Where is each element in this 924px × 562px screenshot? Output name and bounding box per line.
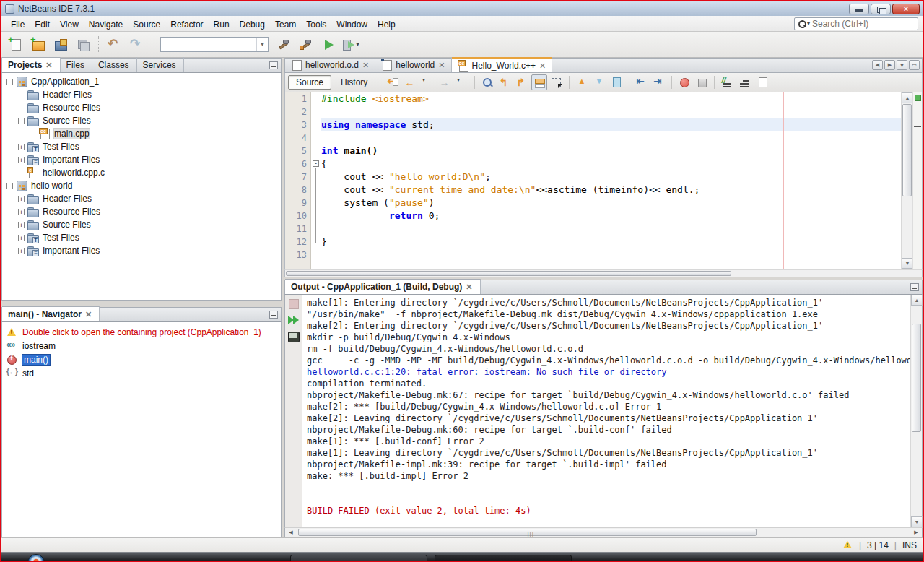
taskbar-button[interactable] xyxy=(290,555,427,561)
search-dropdown-icon[interactable]: ▾ xyxy=(807,20,810,27)
scroll-thumb[interactable] xyxy=(912,324,921,432)
menu-help[interactable]: Help xyxy=(372,18,401,31)
scroll-thumb[interactable] xyxy=(902,104,912,196)
search-input[interactable] xyxy=(812,19,915,29)
record-macro-button[interactable] xyxy=(676,74,692,90)
toolbar-build-button[interactable] xyxy=(274,35,294,55)
close-button[interactable]: × xyxy=(892,4,920,14)
quick-search-box[interactable]: ▾ xyxy=(794,17,918,30)
tree-node-hello-world[interactable]: -hello world xyxy=(2,179,281,192)
rectangular-selection-button[interactable] xyxy=(549,74,565,90)
toggle-highlight-button[interactable] xyxy=(531,74,547,90)
scroll-left-icon[interactable]: ◀ xyxy=(285,528,297,537)
tab-files[interactable]: Files xyxy=(61,57,92,72)
chevron-down-button[interactable]: ▾ xyxy=(419,74,435,90)
editor-vertical-scrollbar[interactable]: ▲ ▼ xyxy=(901,92,912,269)
navigator-item-iostream[interactable]: iostream xyxy=(2,339,281,353)
start-orb-icon[interactable] xyxy=(27,554,45,561)
menu-view[interactable]: View xyxy=(55,18,84,31)
menu-source[interactable]: Source xyxy=(128,18,165,31)
warning-icon[interactable] xyxy=(842,540,853,550)
close-icon[interactable]: ✕ xyxy=(362,61,369,69)
last-edit-location-button[interactable] xyxy=(385,74,401,90)
menu-team[interactable]: Team xyxy=(270,18,301,31)
close-icon[interactable]: ✕ xyxy=(45,61,52,69)
previous-occurrence-button[interactable]: ↰ xyxy=(497,74,513,90)
tree-node-test-files[interactable]: +TTest Files xyxy=(2,140,281,153)
output-error-link[interactable]: helloworld.c.c:1:20: fatal error: iostre… xyxy=(307,366,910,378)
editor-tab-helloworld-o-d[interactable]: helloworld.o.d✕ xyxy=(285,57,375,72)
expand-icon[interactable]: + xyxy=(18,157,25,163)
menu-debug[interactable]: Debug xyxy=(235,18,270,31)
history-view-button[interactable]: History xyxy=(333,75,375,90)
tree-node-source-files[interactable]: +Source Files xyxy=(2,218,281,231)
fold-column[interactable]: - xyxy=(311,92,321,269)
editor-tab-helloworld[interactable]: helloworld✕ xyxy=(375,57,451,72)
toolbar-undo-button[interactable] xyxy=(104,35,124,55)
scroll-right-icon[interactable]: ▶ xyxy=(910,528,922,537)
toolbar-save-all-button[interactable] xyxy=(73,35,93,55)
toggle-comment-button[interactable] xyxy=(719,74,735,90)
output-vertical-scrollbar[interactable]: ▲ ▼ xyxy=(910,295,922,527)
tab-list-dropdown-icon[interactable]: ▼ xyxy=(897,60,907,70)
editor-horizontal-scrollbar[interactable] xyxy=(284,269,923,277)
menu-navigate[interactable]: Navigate xyxy=(84,18,128,31)
tab-output[interactable]: Output - CppApplication_1 (Build, Debug)… xyxy=(285,279,481,294)
expand-icon[interactable]: + xyxy=(18,235,25,241)
stop-macro-button[interactable] xyxy=(694,74,710,90)
expand-icon[interactable]: + xyxy=(18,196,25,202)
find-selection-button[interactable] xyxy=(479,74,495,90)
collapse-fold-icon[interactable]: - xyxy=(313,160,319,167)
toolbar-redo-button[interactable] xyxy=(126,35,147,55)
expand-icon[interactable]: + xyxy=(18,209,25,215)
toolbar-run-button[interactable] xyxy=(318,35,339,55)
console-icon[interactable] xyxy=(287,331,300,343)
minimize-panel-icon[interactable] xyxy=(269,311,278,319)
next-bookmark-button[interactable] xyxy=(591,74,607,90)
navigator-item-std[interactable]: std xyxy=(2,366,281,380)
toolbar-open-project-button[interactable] xyxy=(51,35,71,55)
minimize-panel-icon[interactable] xyxy=(910,283,919,291)
tree-node-resource-files[interactable]: +Resource Files xyxy=(2,205,281,218)
scroll-down-icon[interactable]: ▼ xyxy=(902,258,913,269)
chevron-down-button[interactable]: ▾ xyxy=(454,74,470,90)
next-occurrence-button[interactable]: ↱ xyxy=(514,74,530,90)
menu-refactor[interactable]: Refactor xyxy=(165,18,208,31)
chevron-down-icon[interactable]: ▾ xyxy=(356,41,359,48)
menu-file[interactable]: File xyxy=(6,18,30,31)
scroll-tabs-right-icon[interactable]: ▶ xyxy=(884,60,895,70)
collapse-icon[interactable]: - xyxy=(6,183,13,189)
toolbar-new-project-button[interactable] xyxy=(28,35,48,55)
previous-bookmark-button[interactable] xyxy=(574,74,590,90)
tab-navigator[interactable]: main() - Navigator ✕ xyxy=(2,306,100,321)
menu-run[interactable]: Run xyxy=(209,18,235,31)
scroll-up-icon[interactable]: ▲ xyxy=(911,295,923,306)
chevron-down-icon[interactable]: ▼ xyxy=(256,38,268,51)
indent-button[interactable] xyxy=(736,74,752,90)
toolbar-clean-build-button[interactable] xyxy=(296,35,316,55)
shift-right-button[interactable] xyxy=(651,74,667,90)
expand-icon[interactable]: + xyxy=(18,248,25,254)
minimize-panel-icon[interactable] xyxy=(269,61,278,69)
tree-node-header-files[interactable]: +Header Files xyxy=(2,192,281,205)
source-view-button[interactable]: Source xyxy=(288,75,331,90)
tree-node-main-cpp[interactable]: ccmain.cpp xyxy=(2,127,281,140)
close-icon[interactable]: ✕ xyxy=(85,311,92,318)
menu-tools[interactable]: Tools xyxy=(301,18,331,31)
tab-services[interactable]: Services xyxy=(137,57,184,72)
navigate-forward-button[interactable]: → xyxy=(437,74,453,90)
collapse-icon[interactable]: - xyxy=(6,79,13,85)
minimize-button[interactable] xyxy=(849,4,869,14)
tree-node-important-files[interactable]: +≡Important Files xyxy=(2,244,281,257)
navigator-item-main-[interactable]: main() xyxy=(2,353,281,366)
editor-tab-hello-world-c-[interactable]: ccHello_World.c++✕ xyxy=(452,57,553,72)
shift-left-button[interactable] xyxy=(634,74,650,90)
restore-button[interactable] xyxy=(871,4,891,14)
tree-node-source-files[interactable]: -Source Files xyxy=(2,114,281,127)
close-icon[interactable]: ✕ xyxy=(539,62,546,69)
expand-icon[interactable]: + xyxy=(18,144,25,150)
code-editor[interactable]: 12345678910111213 - #include <iostream>u… xyxy=(284,92,923,269)
toggle-bookmark-button[interactable] xyxy=(609,74,624,90)
menu-edit[interactable]: Edit xyxy=(30,18,55,31)
maximize-window-icon[interactable]: ▭ xyxy=(909,60,920,70)
